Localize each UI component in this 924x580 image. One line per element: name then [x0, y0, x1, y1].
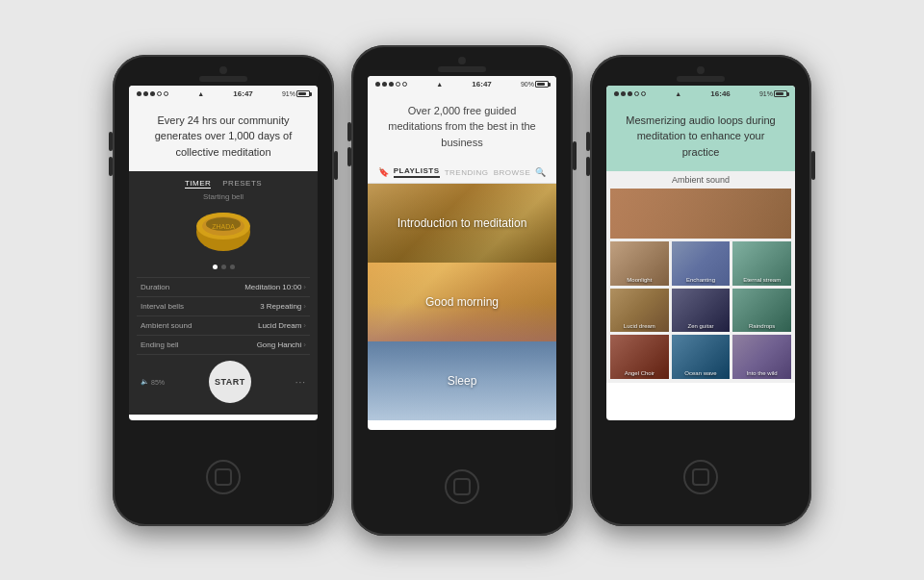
power-button — [334, 151, 338, 180]
battery-tip-2 — [549, 83, 551, 87]
row-label-0: Duration — [141, 283, 169, 291]
settings-row-3[interactable]: Ending bell Gong Hanchi › — [137, 336, 310, 355]
settings-row-0[interactable]: Duration Meditation 10:00 › — [137, 278, 310, 297]
settings-row-1[interactable]: Interval bells 3 Repeating › — [137, 297, 310, 316]
phone-2: ▲ 16:47 90% Over 2,000 free guided medit… — [351, 45, 573, 536]
row-value-0: Meditation 10:00 › — [244, 283, 306, 291]
dot5-2 — [402, 82, 407, 87]
home-button-inner-2 — [453, 478, 471, 495]
page-dot-3 — [230, 265, 235, 269]
ambient-large-item[interactable] — [610, 189, 791, 239]
row-value-1: 3 Repeating › — [260, 302, 306, 311]
more-menu[interactable]: ··· — [295, 377, 306, 388]
ambient-grid: Moonlight Enchanting Eternal stream — [610, 241, 791, 379]
bookmark-icon: 🔖 — [378, 167, 389, 177]
volume-area: 🔈 85% — [141, 378, 165, 386]
start-button[interactable]: START — [209, 361, 251, 403]
ambient-label-4: Zen guitar — [687, 323, 713, 329]
phone-bottom-1 — [206, 420, 241, 526]
playlist-item-2[interactable]: Sleep — [368, 341, 556, 420]
ambient-item-5[interactable]: Raindrops — [732, 289, 791, 333]
playlist-label-0: Introduction to meditation — [398, 216, 527, 230]
ambient-bg-2: Eternal stream — [732, 241, 791, 286]
battery-fill-3 — [776, 92, 784, 95]
volume-down — [109, 157, 113, 176]
phones-container: ▲ 16:47 91% Every 24 hrs our community g… — [93, 16, 831, 565]
playlist-label-2: Sleep — [448, 374, 477, 388]
dot1-2 — [375, 82, 380, 87]
status-time-3: 16:46 — [710, 89, 730, 98]
phone-top-1 — [113, 55, 334, 86]
battery-tip-3 — [787, 92, 789, 96]
ambient-bg-1: Enchanting — [672, 241, 731, 286]
row-label-3: Ending bell — [141, 340, 179, 349]
home-button-2[interactable] — [445, 469, 479, 504]
ambient-title: Ambient sound — [610, 175, 791, 185]
side-buttons-left-2 — [347, 122, 351, 166]
playlist-item-0[interactable]: Introduction to meditation — [368, 184, 556, 263]
ambient-label-3: Lucid dream — [624, 323, 655, 329]
settings-rows: Duration Meditation 10:00 › Interval bel… — [137, 277, 310, 355]
volume-down-3 — [586, 157, 590, 176]
power-button-3 — [811, 151, 815, 180]
phone-bottom-3 — [683, 420, 718, 526]
battery-pct-2: 90% — [521, 81, 534, 88]
tab-browse[interactable]: BROWSE — [494, 168, 531, 177]
dot2-2 — [382, 82, 387, 87]
ambient-item-2[interactable]: Eternal stream — [732, 241, 791, 286]
status-bar-3: ▲ 16:46 91% — [606, 86, 795, 103]
home-button-3[interactable] — [683, 460, 718, 494]
phone3-header-text: Mesmerizing audio loops during meditatio… — [606, 103, 795, 172]
volume-up — [109, 132, 113, 151]
home-button-1[interactable] — [206, 460, 241, 494]
tab-trending[interactable]: TRENDING — [445, 168, 489, 177]
battery-fill-1 — [298, 92, 307, 95]
settings-row-2[interactable]: Ambient sound Lucid Dream › — [137, 316, 310, 336]
dot1-3 — [614, 91, 619, 96]
battery-icon-2 — [535, 81, 549, 88]
signal-dots-2 — [375, 82, 407, 87]
battery-3: 91% — [759, 90, 787, 97]
dot5 — [164, 91, 168, 96]
ambient-item-0[interactable]: Moonlight — [610, 241, 669, 286]
signal-dots-3 — [614, 91, 646, 96]
volume-down-2 — [347, 147, 351, 166]
battery-1: 91% — [282, 90, 310, 97]
ambient-bg-6: Angel Choir — [610, 335, 669, 379]
phone-bottom-2 — [445, 430, 479, 536]
phone1-header-text: Every 24 hrs our community generates ove… — [129, 103, 318, 172]
battery-pct-3: 91% — [759, 90, 773, 97]
tab-presets[interactable]: PRESETS — [222, 179, 262, 189]
ambient-label-1: Enchanting — [686, 277, 715, 283]
row-value-2: Lucid Dream › — [258, 321, 306, 330]
camera-1 — [219, 66, 227, 74]
speaker-icon: 🔈 — [141, 378, 149, 386]
side-buttons-left-3 — [586, 132, 590, 176]
ambient-item-6[interactable]: Angel Choir — [610, 335, 669, 379]
speaker-1 — [199, 76, 247, 82]
ambient-item-1[interactable]: Enchanting — [672, 241, 731, 286]
playlist-items: Introduction to meditation Good morning … — [368, 184, 556, 420]
large-item-overlay — [610, 189, 791, 239]
ambient-item-4[interactable]: Zen guitar — [672, 289, 731, 333]
status-time-1: 16:47 — [233, 89, 252, 98]
tab-timer[interactable]: TIMER — [185, 179, 211, 189]
screen-1: ▲ 16:47 91% Every 24 hrs our community g… — [129, 86, 318, 420]
ambient-bg-3: Lucid dream — [610, 289, 669, 333]
ambient-item-3[interactable]: Lucid dream — [610, 289, 669, 333]
battery-fill-2 — [537, 83, 545, 86]
search-icon[interactable]: 🔍 — [535, 167, 546, 177]
ambient-bg-0: Moonlight — [610, 241, 669, 286]
signal-dots-1 — [137, 91, 168, 96]
tab-playlists[interactable]: PLAYLISTS — [394, 166, 440, 178]
ambient-label-7: Ocean wave — [684, 370, 716, 376]
dot4-2 — [396, 82, 400, 87]
speaker-3 — [677, 76, 725, 82]
ambient-item-8[interactable]: Into the wild — [732, 335, 791, 379]
ambient-item-7[interactable]: Ocean wave — [672, 335, 731, 379]
status-bar-1: ▲ 16:47 91% — [129, 86, 318, 103]
dot3-2 — [389, 82, 394, 87]
dot5-3 — [641, 91, 646, 96]
playlist-item-1[interactable]: Good morning — [368, 263, 556, 341]
phone1-body: TIMER PRESETS Starting bell ZHADA — [129, 171, 318, 415]
